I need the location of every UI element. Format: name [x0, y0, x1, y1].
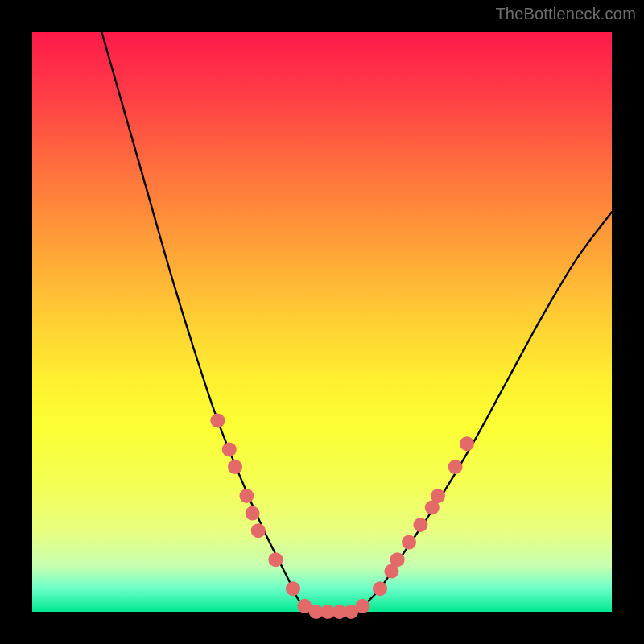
sample-marker: [251, 523, 266, 538]
sample-markers: [210, 413, 474, 619]
bottleneck-curve-right: [357, 212, 612, 612]
sample-marker: [228, 460, 242, 474]
sample-marker: [448, 460, 463, 474]
sample-marker: [268, 552, 283, 567]
sample-marker: [390, 552, 405, 567]
watermark-text: TheBottleneck.com: [495, 5, 636, 23]
sample-marker: [286, 581, 300, 596]
sample-marker: [460, 436, 474, 451]
bottleneck-curve-left: [101, 32, 310, 612]
sample-marker: [431, 489, 445, 503]
chart-svg: [32, 32, 612, 612]
chart-frame: TheBottleneck.com: [0, 0, 644, 644]
sample-marker: [373, 581, 387, 596]
sample-marker: [402, 535, 416, 550]
sample-marker: [210, 413, 225, 427]
plot-area: [32, 32, 612, 612]
sample-marker: [239, 489, 254, 503]
sample-marker: [413, 518, 427, 532]
sample-marker: [355, 599, 369, 613]
sample-marker: [246, 506, 260, 521]
sample-marker: [222, 442, 237, 456]
